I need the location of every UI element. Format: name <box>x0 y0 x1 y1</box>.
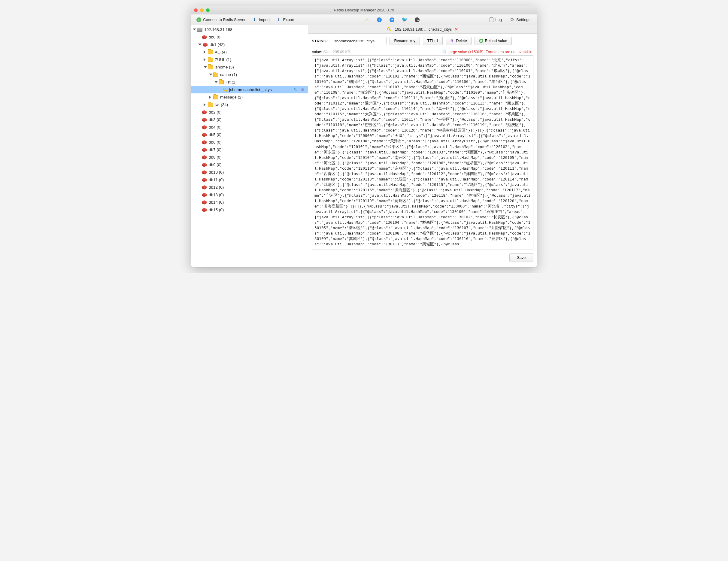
twitter-icon[interactable]: 🐦 <box>402 17 407 22</box>
selected-key-label: jshome:cache:list:_citys <box>229 87 272 92</box>
folder-icon <box>208 58 213 62</box>
tree-db4[interactable]: db4 (0) <box>191 123 308 131</box>
save-button[interactable]: Save <box>509 253 533 262</box>
ttl-button[interactable]: TTL:-1 <box>423 37 443 45</box>
export-label: Export <box>283 17 294 22</box>
tree-db6[interactable]: db6 (0) <box>191 138 308 146</box>
db-label: db6 (0) <box>209 140 222 144</box>
tree-folder-cache[interactable]: cache (1) <box>191 71 308 78</box>
edit-key-icon[interactable]: ✎ <box>293 87 298 92</box>
ag-label: AG (4) <box>215 50 227 54</box>
tree-db13[interactable]: db13 (0) <box>191 191 308 199</box>
tree-db12[interactable]: db12 (0) <box>191 183 308 191</box>
value-size: Size: 295.09 KB <box>323 50 350 54</box>
rename-key-button[interactable]: Rename key <box>390 37 420 45</box>
value-textarea[interactable]: ["java.util.ArrayList",[{"@class":"java.… <box>312 55 533 250</box>
database-icon <box>202 170 207 174</box>
db-label: db4 (0) <box>209 125 222 129</box>
cache-label: cache (1) <box>220 72 237 77</box>
tree-db9[interactable]: db9 (0) <box>191 161 308 168</box>
list-label: list (1) <box>226 80 237 84</box>
database-icon <box>202 193 207 197</box>
db-label: db8 (0) <box>209 155 222 159</box>
database-icon <box>202 110 207 114</box>
db-label: db5 (0) <box>209 132 222 137</box>
zuul-label: ZUUL (1) <box>215 57 231 62</box>
database-icon <box>202 185 207 190</box>
key-command-row: STRING: Rename key TTL:-1 🗑Delete ⟳Reloa… <box>308 34 537 48</box>
folder-icon <box>208 50 213 54</box>
export-button[interactable]: ⬆ Export <box>276 17 294 22</box>
tab-bar: 192.168.31.188: ... che:list:_citys ✕ <box>308 25 537 34</box>
database-icon <box>202 133 207 137</box>
folder-icon <box>208 65 213 69</box>
db-label: db13 (0) <box>209 193 224 197</box>
database-icon <box>202 118 207 122</box>
tree-folder-list[interactable]: list (1) <box>191 78 308 86</box>
github-icon[interactable]: ⌥ <box>415 17 420 22</box>
reload-value-button[interactable]: ⟳Reload Value <box>475 37 512 45</box>
database-icon <box>202 35 207 39</box>
tree-folder-zuul[interactable]: ZUUL (1) <box>191 56 308 63</box>
log-label: Log <box>495 17 502 22</box>
titlebar: Redis Desktop Manager 2020.0.79 <box>191 6 537 14</box>
tree-server[interactable]: 192.168.31.188 <box>191 26 308 33</box>
tree-db7[interactable]: db7 (0) <box>191 146 308 153</box>
telegram-icon[interactable]: ✈ <box>390 17 394 22</box>
key-icon <box>387 27 391 32</box>
log-button[interactable]: Log <box>490 17 502 22</box>
delete-button[interactable]: 🗑Delete <box>446 37 471 45</box>
window-title: Redis Desktop Manager 2020.0.79 <box>191 8 537 12</box>
rename-label: Rename key <box>394 39 415 43</box>
large-value-warning: Large value (>150kB). Formatters are not… <box>447 50 533 54</box>
ttl-label: TTL:-1 <box>427 39 438 43</box>
value-header: Value: Size: 295.09 KB 📄 Large value (>1… <box>308 48 537 55</box>
tree-db15[interactable]: db15 (0) <box>191 206 308 214</box>
tab-label[interactable]: 192.168.31.188: ... che:list:_citys <box>395 27 452 32</box>
tree-db8[interactable]: db8 (0) <box>191 153 308 161</box>
app-window: Redis Desktop Manager 2020.0.79 + Connec… <box>191 6 537 267</box>
tree-db2[interactable]: db2 (0) <box>191 108 308 116</box>
gear-icon: ⚙ <box>510 17 514 22</box>
reload-icon: ⟳ <box>479 39 483 43</box>
help-icon[interactable]: ? <box>377 17 382 22</box>
key-name-input[interactable] <box>331 37 387 45</box>
alert-icon[interactable]: ⚠ <box>364 17 369 22</box>
db-label: db15 (0) <box>209 208 224 212</box>
save-label: Save <box>517 256 526 260</box>
db-label: db11 (0) <box>209 177 224 182</box>
connect-button[interactable]: + Connect to Redis Server <box>196 17 246 22</box>
tree-db10[interactable]: db10 (0) <box>191 168 308 176</box>
type-label: STRING: <box>312 39 328 43</box>
tree-folder-message[interactable]: message (2) <box>191 93 308 101</box>
server-icon <box>197 28 202 32</box>
tree-folder-ag[interactable]: AG (4) <box>191 48 308 56</box>
tree-db11[interactable]: db11 (0) <box>191 176 308 183</box>
warning-icon: 📄 <box>441 50 446 54</box>
db-label: db14 (0) <box>209 200 224 205</box>
tree-db5[interactable]: db5 (0) <box>191 131 308 138</box>
tree-db0[interactable]: db0 (0) <box>191 33 308 41</box>
plus-icon: + <box>196 17 201 22</box>
tree-folder-jshome[interactable]: jshome (3) <box>191 63 308 71</box>
reload-label: Reload Value <box>485 39 507 43</box>
import-button[interactable]: ⬇ Import <box>252 17 270 22</box>
key-icon <box>223 88 227 92</box>
tree-db3[interactable]: db3 (0) <box>191 116 308 123</box>
jwt-label: jwt (34) <box>215 102 228 107</box>
folder-icon <box>213 95 218 99</box>
tree-db14[interactable]: db14 (0) <box>191 199 308 206</box>
delete-key-icon[interactable]: 🗑 <box>300 87 305 92</box>
tree-folder-jwt[interactable]: jwt (34) <box>191 101 308 108</box>
tree-db1[interactable]: db1 (42) <box>191 41 308 48</box>
tree-key-selected[interactable]: jshome:cache:list:_citys ✎ 🗑 <box>191 86 308 93</box>
db-label: db2 (0) <box>209 110 222 114</box>
log-icon <box>490 17 493 22</box>
close-tab-icon[interactable]: ✕ <box>455 27 458 32</box>
value-pane: 192.168.31.188: ... che:list:_citys ✕ ST… <box>308 25 537 267</box>
db-label: db3 (0) <box>209 117 222 122</box>
connect-label: Connect to Redis Server <box>203 17 246 22</box>
db1-label: db1 (42) <box>210 42 225 47</box>
settings-button[interactable]: ⚙ Settings <box>510 17 530 22</box>
database-icon <box>202 148 207 152</box>
